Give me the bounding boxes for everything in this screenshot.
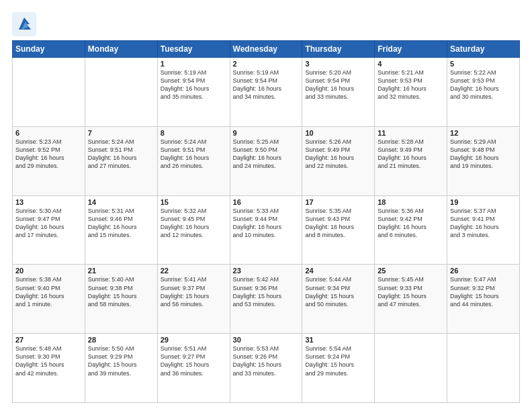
day-info: Sunrise: 5:54 AM Sunset: 9:24 PM Dayligh… [305, 345, 371, 377]
day-number: 19 [450, 198, 517, 206]
day-header-monday: Monday [85, 41, 157, 58]
calendar-cell: 5Sunrise: 5:22 AM Sunset: 9:53 PM Daylig… [447, 58, 520, 127]
calendar-table: SundayMondayTuesdayWednesdayThursdayFrid… [12, 40, 520, 403]
calendar-cell: 8Sunrise: 5:24 AM Sunset: 9:51 PM Daylig… [157, 126, 230, 195]
calendar-cell: 22Sunrise: 5:41 AM Sunset: 9:37 PM Dayli… [157, 265, 230, 334]
page: SundayMondayTuesdayWednesdayThursdayFrid… [0, 0, 532, 411]
day-info: Sunrise: 5:47 AM Sunset: 9:32 PM Dayligh… [450, 275, 517, 308]
day-info: Sunrise: 5:44 AM Sunset: 9:34 PM Dayligh… [305, 275, 371, 308]
week-row-2: 6Sunrise: 5:23 AM Sunset: 9:52 PM Daylig… [13, 126, 520, 195]
calendar-cell: 18Sunrise: 5:36 AM Sunset: 9:42 PM Dayli… [375, 195, 447, 265]
day-info: Sunrise: 5:35 AM Sunset: 9:43 PM Dayligh… [305, 207, 371, 240]
day-number: 7 [88, 129, 154, 137]
day-info: Sunrise: 5:38 AM Sunset: 9:40 PM Dayligh… [15, 275, 82, 308]
calendar-cell: 6Sunrise: 5:23 AM Sunset: 9:52 PM Daylig… [13, 126, 85, 195]
calendar-cell: 1Sunrise: 5:19 AM Sunset: 9:54 PM Daylig… [157, 58, 230, 127]
day-number: 1 [161, 60, 227, 68]
day-number: 25 [378, 267, 444, 275]
day-number: 23 [233, 267, 300, 275]
day-number: 16 [233, 198, 300, 206]
day-info: Sunrise: 5:25 AM Sunset: 9:50 PM Dayligh… [233, 138, 300, 171]
calendar-cell [13, 58, 85, 127]
header [12, 12, 520, 34]
day-header-saturday: Saturday [447, 41, 520, 58]
day-info: Sunrise: 5:33 AM Sunset: 9:44 PM Dayligh… [233, 207, 300, 240]
calendar-cell: 25Sunrise: 5:45 AM Sunset: 9:33 PM Dayli… [375, 265, 447, 334]
calendar-cell: 16Sunrise: 5:33 AM Sunset: 9:44 PM Dayli… [230, 195, 302, 265]
day-header-thursday: Thursday [302, 41, 375, 58]
calendar-cell: 31Sunrise: 5:54 AM Sunset: 9:24 PM Dayli… [302, 334, 375, 403]
calendar-cell: 21Sunrise: 5:40 AM Sunset: 9:38 PM Dayli… [85, 265, 157, 334]
calendar-cell: 29Sunrise: 5:51 AM Sunset: 9:27 PM Dayli… [157, 334, 230, 403]
day-info: Sunrise: 5:26 AM Sunset: 9:49 PM Dayligh… [305, 138, 371, 171]
calendar-cell [85, 58, 157, 127]
week-row-3: 13Sunrise: 5:30 AM Sunset: 9:47 PM Dayli… [13, 195, 520, 265]
calendar-cell: 17Sunrise: 5:35 AM Sunset: 9:43 PM Dayli… [302, 195, 375, 265]
day-info: Sunrise: 5:19 AM Sunset: 9:54 PM Dayligh… [233, 68, 300, 101]
day-number: 8 [161, 129, 227, 137]
day-number: 21 [88, 267, 154, 275]
day-info: Sunrise: 5:32 AM Sunset: 9:45 PM Dayligh… [161, 207, 227, 240]
day-number: 5 [450, 60, 517, 68]
day-number: 22 [161, 267, 227, 275]
calendar-cell: 28Sunrise: 5:50 AM Sunset: 9:29 PM Dayli… [85, 334, 157, 403]
calendar-cell: 30Sunrise: 5:53 AM Sunset: 9:26 PM Dayli… [230, 334, 302, 403]
day-number: 20 [15, 267, 82, 275]
calendar-cell: 27Sunrise: 5:48 AM Sunset: 9:30 PM Dayli… [13, 334, 85, 403]
day-number: 18 [378, 198, 444, 206]
calendar-cell: 11Sunrise: 5:28 AM Sunset: 9:49 PM Dayli… [375, 126, 447, 195]
calendar-cell: 24Sunrise: 5:44 AM Sunset: 9:34 PM Dayli… [302, 265, 375, 334]
day-number: 2 [233, 60, 300, 68]
day-info: Sunrise: 5:24 AM Sunset: 9:51 PM Dayligh… [161, 138, 227, 171]
day-info: Sunrise: 5:22 AM Sunset: 9:53 PM Dayligh… [450, 68, 517, 101]
day-header-sunday: Sunday [13, 41, 85, 58]
calendar-cell: 7Sunrise: 5:24 AM Sunset: 9:51 PM Daylig… [85, 126, 157, 195]
day-number: 27 [15, 336, 82, 344]
calendar-cell: 15Sunrise: 5:32 AM Sunset: 9:45 PM Dayli… [157, 195, 230, 265]
day-number: 28 [88, 336, 154, 344]
calendar-cell: 3Sunrise: 5:20 AM Sunset: 9:54 PM Daylig… [302, 58, 375, 127]
day-number: 30 [233, 336, 300, 344]
day-info: Sunrise: 5:31 AM Sunset: 9:46 PM Dayligh… [88, 207, 154, 240]
calendar-cell: 13Sunrise: 5:30 AM Sunset: 9:47 PM Dayli… [13, 195, 85, 265]
day-number: 4 [378, 60, 444, 68]
calendar-cell: 14Sunrise: 5:31 AM Sunset: 9:46 PM Dayli… [85, 195, 157, 265]
day-info: Sunrise: 5:21 AM Sunset: 9:53 PM Dayligh… [378, 68, 444, 101]
logo-icon [12, 12, 34, 34]
calendar-cell [447, 334, 520, 403]
calendar-cell: 4Sunrise: 5:21 AM Sunset: 9:53 PM Daylig… [375, 58, 447, 127]
day-header-wednesday: Wednesday [230, 41, 302, 58]
day-number: 26 [450, 267, 517, 275]
day-number: 11 [378, 129, 444, 137]
day-info: Sunrise: 5:37 AM Sunset: 9:41 PM Dayligh… [450, 207, 517, 240]
day-info: Sunrise: 5:50 AM Sunset: 9:29 PM Dayligh… [88, 345, 154, 377]
day-info: Sunrise: 5:45 AM Sunset: 9:33 PM Dayligh… [378, 275, 444, 308]
day-info: Sunrise: 5:28 AM Sunset: 9:49 PM Dayligh… [378, 138, 444, 171]
day-info: Sunrise: 5:19 AM Sunset: 9:54 PM Dayligh… [161, 68, 227, 101]
calendar-cell: 12Sunrise: 5:29 AM Sunset: 9:48 PM Dayli… [447, 126, 520, 195]
day-info: Sunrise: 5:20 AM Sunset: 9:54 PM Dayligh… [305, 68, 371, 101]
day-number: 6 [15, 129, 82, 137]
week-row-1: 1Sunrise: 5:19 AM Sunset: 9:54 PM Daylig… [13, 58, 520, 127]
day-number: 24 [305, 267, 371, 275]
calendar-cell: 9Sunrise: 5:25 AM Sunset: 9:50 PM Daylig… [230, 126, 302, 195]
day-info: Sunrise: 5:24 AM Sunset: 9:51 PM Dayligh… [88, 138, 154, 171]
calendar-header-row: SundayMondayTuesdayWednesdayThursdayFrid… [13, 41, 520, 58]
day-number: 29 [161, 336, 227, 344]
day-number: 9 [233, 129, 300, 137]
calendar-cell: 10Sunrise: 5:26 AM Sunset: 9:49 PM Dayli… [302, 126, 375, 195]
calendar-cell: 20Sunrise: 5:38 AM Sunset: 9:40 PM Dayli… [13, 265, 85, 334]
day-number: 12 [450, 129, 517, 137]
calendar-cell: 23Sunrise: 5:42 AM Sunset: 9:36 PM Dayli… [230, 265, 302, 334]
day-info: Sunrise: 5:51 AM Sunset: 9:27 PM Dayligh… [161, 345, 227, 377]
day-number: 31 [305, 336, 371, 344]
day-info: Sunrise: 5:36 AM Sunset: 9:42 PM Dayligh… [378, 207, 444, 240]
week-row-4: 20Sunrise: 5:38 AM Sunset: 9:40 PM Dayli… [13, 265, 520, 334]
day-number: 17 [305, 198, 371, 206]
day-info: Sunrise: 5:29 AM Sunset: 9:48 PM Dayligh… [450, 138, 517, 171]
day-number: 10 [305, 129, 371, 137]
calendar-cell: 26Sunrise: 5:47 AM Sunset: 9:32 PM Dayli… [447, 265, 520, 334]
day-header-friday: Friday [375, 41, 447, 58]
day-info: Sunrise: 5:41 AM Sunset: 9:37 PM Dayligh… [161, 275, 227, 308]
day-number: 14 [88, 198, 154, 206]
